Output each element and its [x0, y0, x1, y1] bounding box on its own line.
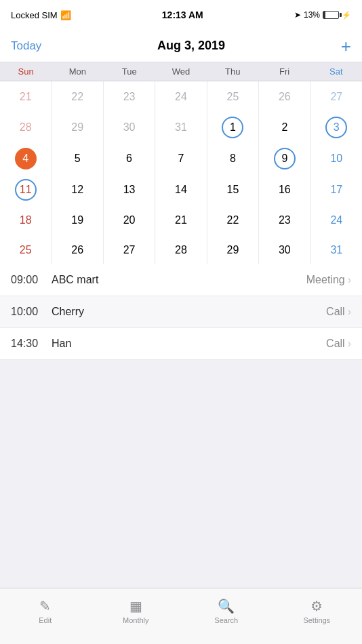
add-event-button[interactable]: +	[341, 37, 351, 55]
cal-cell[interactable]: 10	[311, 142, 362, 174]
chevron-right-icon-3: ›	[348, 338, 351, 350]
chevron-right-icon-1: ›	[348, 274, 351, 286]
cal-cell[interactable]: 19	[52, 205, 102, 235]
header-thu: Thu	[207, 62, 258, 81]
cal-cell[interactable]: 31	[155, 111, 206, 142]
event-type-1: Meeting	[306, 274, 345, 286]
event-name-1: ABC mart	[52, 274, 306, 286]
event-item-1[interactable]: 09:00 ABC mart Meeting ›	[0, 264, 362, 296]
tab-search-label: Search	[214, 616, 238, 624]
empty-space	[0, 426, 362, 588]
cal-cell[interactable]: 14	[155, 174, 206, 205]
cal-cell[interactable]: 27	[311, 81, 362, 111]
calendar-title: Aug 3, 2019	[157, 39, 225, 53]
cal-cell[interactable]: 16	[259, 174, 310, 205]
tab-monthly[interactable]: ▦ Monthly	[91, 598, 182, 624]
cal-cell[interactable]: 24	[155, 81, 206, 111]
cal-cell-aug9[interactable]: 9	[259, 142, 310, 174]
cal-cell[interactable]: 17	[311, 174, 362, 205]
events-list: 09:00 ABC mart Meeting › 10:00 Cherry Ca…	[0, 264, 362, 426]
header-fri: Fri	[258, 62, 310, 81]
cal-cell[interactable]: 2	[259, 111, 310, 142]
event-name-2: Cherry	[52, 306, 326, 318]
event-time-3: 14:30	[11, 338, 52, 350]
settings-icon: ⚙	[310, 598, 323, 614]
cal-cell-today[interactable]: 4	[0, 142, 51, 174]
cal-cell[interactable]: 24	[311, 205, 362, 235]
header-sun: Sun	[0, 62, 52, 81]
event-type-3: Call	[326, 338, 345, 350]
cal-cell[interactable]: 26	[259, 81, 310, 111]
tab-edit[interactable]: ✎ Edit	[0, 598, 91, 624]
cal-cell[interactable]: 22	[207, 205, 258, 235]
location-icon: ➤	[294, 10, 301, 20]
week-4: 11 12 13 14 15 16 17	[0, 174, 362, 205]
cal-cell-aug3[interactable]: 3	[311, 111, 362, 142]
header-wed: Wed	[155, 62, 207, 81]
status-time: 12:13 AM	[162, 9, 203, 20]
header-sat: Sat	[310, 62, 362, 81]
calendar: Sun Mon Tue Wed Thu Fri Sat 21 22 23 24 …	[0, 62, 362, 264]
header-tue: Tue	[104, 62, 155, 81]
wifi-icon: 📶	[60, 10, 71, 20]
edit-icon: ✎	[39, 598, 51, 614]
cal-cell[interactable]: 21	[155, 205, 206, 235]
cal-cell[interactable]: 31	[311, 235, 362, 264]
cal-cell[interactable]: 21	[0, 81, 51, 111]
tab-search[interactable]: 🔍 Search	[181, 598, 272, 624]
tab-monthly-label: Monthly	[123, 616, 149, 624]
tab-settings-label: Settings	[303, 616, 330, 624]
monthly-icon: ▦	[129, 598, 142, 614]
nav-header: Today Aug 3, 2019 +	[0, 30, 362, 62]
cal-cell[interactable]: 29	[207, 235, 258, 264]
week-3: 4 5 6 7 8 9 10	[0, 142, 362, 174]
today-button[interactable]: Today	[11, 39, 41, 53]
event-name-3: Han	[52, 338, 326, 350]
cal-cell[interactable]: 20	[104, 205, 155, 235]
cal-cell[interactable]: 12	[52, 174, 102, 205]
cal-cell[interactable]: 15	[207, 174, 258, 205]
event-type-2: Call	[326, 306, 345, 318]
carrier-label: Locked SIM	[11, 10, 58, 20]
cal-cell[interactable]: 30	[259, 235, 310, 264]
status-bar: Locked SIM 📶 12:13 AM ➤ 13% ⚡	[0, 0, 362, 30]
week-6: 25 26 27 28 29 30 31	[0, 235, 362, 264]
cal-cell[interactable]: 30	[104, 111, 155, 142]
cal-cell[interactable]: 22	[52, 81, 102, 111]
week-5: 18 19 20 21 22 23 24	[0, 205, 362, 235]
cal-cell[interactable]: 28	[155, 235, 206, 264]
cal-cell[interactable]: 23	[104, 81, 155, 111]
cal-cell[interactable]: 7	[155, 142, 206, 174]
event-item-3[interactable]: 14:30 Han Call ›	[0, 328, 362, 360]
status-right: ➤ 13% ⚡	[294, 10, 351, 20]
cal-cell[interactable]: 18	[0, 205, 51, 235]
cal-cell[interactable]: 13	[104, 174, 155, 205]
cal-cell[interactable]: 29	[52, 111, 102, 142]
event-time-2: 10:00	[11, 306, 52, 318]
tab-edit-label: Edit	[39, 616, 52, 624]
cal-cell-aug1[interactable]: 1	[207, 111, 258, 142]
cal-cell[interactable]: 25	[0, 235, 51, 264]
event-time-1: 09:00	[11, 274, 52, 286]
cal-cell[interactable]: 5	[52, 142, 102, 174]
cal-cell[interactable]: 6	[104, 142, 155, 174]
day-headers: Sun Mon Tue Wed Thu Fri Sat	[0, 62, 362, 81]
cal-cell[interactable]: 8	[207, 142, 258, 174]
header-mon: Mon	[52, 62, 103, 81]
cal-cell[interactable]: 28	[0, 111, 51, 142]
search-icon: 🔍	[218, 598, 235, 614]
cal-cell-aug11[interactable]: 11	[0, 174, 51, 205]
status-left: Locked SIM 📶	[11, 10, 71, 20]
cal-cell[interactable]: 26	[52, 235, 102, 264]
cal-cell[interactable]: 23	[259, 205, 310, 235]
battery-percent: 13%	[304, 10, 320, 20]
week-1: 21 22 23 24 25 26 27	[0, 81, 362, 111]
cal-cell[interactable]: 27	[104, 235, 155, 264]
charging-icon: ⚡	[342, 11, 351, 20]
cal-cell[interactable]: 25	[207, 81, 258, 111]
week-2: 28 29 30 31 1 2 3	[0, 111, 362, 142]
tab-bar: ✎ Edit ▦ Monthly 🔍 Search ⚙ Settings	[0, 588, 362, 644]
battery-icon	[323, 11, 339, 19]
tab-settings[interactable]: ⚙ Settings	[272, 598, 363, 624]
event-item-2[interactable]: 10:00 Cherry Call ›	[0, 296, 362, 328]
